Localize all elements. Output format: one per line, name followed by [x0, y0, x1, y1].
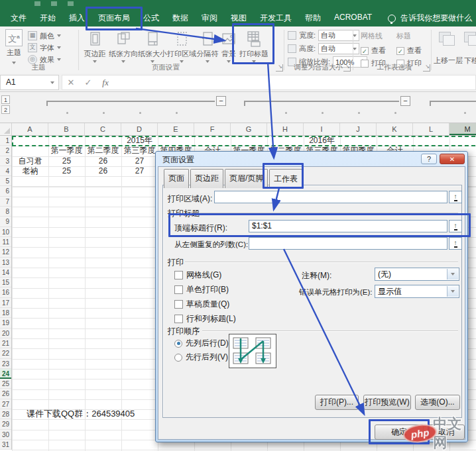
row-header[interactable]: 30	[0, 430, 11, 440]
select-all-corner[interactable]	[0, 123, 12, 135]
cell[interactable]: 老衲	[12, 166, 48, 176]
ribbon-tab[interactable]: 视图	[224, 8, 253, 28]
top-rows-field[interactable]: $1:$1	[249, 220, 447, 232]
print-option-checkbox[interactable]: 单色打印(B)	[174, 282, 236, 297]
row-header[interactable]: 12	[0, 247, 11, 257]
row-header[interactable]: 13	[0, 258, 11, 268]
row-header[interactable]: 27	[0, 399, 11, 409]
column-header[interactable]: K	[377, 123, 413, 135]
ribbon-tab[interactable]: 公式	[137, 8, 166, 28]
print-titles-button[interactable]: 打印标题	[239, 28, 269, 63]
row-header[interactable]: 19	[0, 318, 11, 328]
dialog-tab[interactable]: 页眉/页脚	[225, 169, 268, 188]
row-header[interactable]: 15	[0, 277, 11, 287]
background-button[interactable]: 背景	[219, 28, 239, 63]
outline-level-1-button[interactable]: 1	[1, 95, 10, 104]
row-header[interactable]: 28	[0, 409, 11, 419]
column-header[interactable]: I	[304, 123, 340, 135]
row-header[interactable]: 14	[0, 268, 11, 277]
row-header[interactable]: 10	[0, 227, 11, 237]
dialog-tab[interactable]: 工作表	[269, 169, 302, 188]
column-header[interactable]: J	[340, 123, 377, 135]
collapse-group-button[interactable]: −	[216, 96, 226, 106]
row-header[interactable]: 3	[0, 156, 11, 166]
row-header[interactable]: 24	[0, 369, 11, 379]
cell[interactable]: 27	[121, 156, 158, 166]
print-option-checkbox[interactable]: 草稿质量(Q)	[174, 297, 236, 311]
undo-icon[interactable]	[51, 1, 57, 6]
print-button[interactable]: 打印(P)...	[315, 395, 359, 410]
print-option-checkbox[interactable]: 网格线(G)	[174, 268, 236, 282]
tell-me-box[interactable]: 告诉我你想要做什么	[400, 13, 476, 24]
column-header[interactable]: G	[231, 123, 267, 135]
margins-button[interactable]: 页边距	[81, 28, 109, 63]
ribbon-tab[interactable]: 数据	[166, 8, 195, 28]
page-order-radio[interactable]: 先行后列(V)	[174, 350, 229, 364]
ribbon-tab[interactable]: 帮助	[298, 8, 327, 28]
themes-button[interactable]: 文a 主题	[3, 28, 25, 66]
cell-2016[interactable]: 2016年	[231, 136, 413, 146]
row-headers[interactable]: 1234567891011121314151617181920212223242…	[0, 136, 12, 450]
ribbon-tab[interactable]: 审阅	[195, 8, 224, 28]
outline-level-2-button[interactable]: 2	[1, 105, 10, 114]
print-option-checkbox[interactable]: 行和列标题(L)	[174, 311, 236, 326]
bring-forward-button[interactable]: 上移一层	[434, 56, 463, 66]
column-header[interactable]: A	[12, 123, 48, 135]
headings-view-checkbox[interactable]: ✓查看	[396, 44, 422, 57]
row-header[interactable]: 31	[0, 440, 11, 450]
ribbon-tab[interactable]: 文件	[4, 8, 33, 28]
ribbon-tab[interactable]: 页面布局	[91, 8, 137, 28]
theme-fonts-button[interactable]: 文字体	[28, 42, 61, 54]
print-area-range-button[interactable]: ↑	[449, 191, 462, 203]
options-button[interactable]: 选项(O)...	[415, 395, 460, 410]
help-button[interactable]: ?	[421, 154, 437, 164]
cell[interactable]: 25	[48, 166, 85, 176]
cancel-icon[interactable]: ✕	[62, 77, 80, 87]
row-header[interactable]: 8	[0, 207, 11, 217]
dropdown-caret-icon[interactable]	[447, 269, 458, 279]
print-area-field[interactable]	[214, 191, 447, 203]
orientation-button[interactable]: 纸张方向	[109, 28, 138, 63]
cell[interactable]: 26	[85, 156, 121, 166]
breaks-button[interactable]: 分隔符	[196, 28, 219, 63]
dialog-tab[interactable]: 页边距	[190, 169, 223, 188]
data-row[interactable]: 自习君252627	[12, 156, 158, 166]
row-header[interactable]: 22	[0, 348, 11, 358]
page-setup-dialog-launcher[interactable]: ↘	[276, 64, 283, 72]
row-header[interactable]: 9	[0, 217, 11, 226]
column-header[interactable]: D	[121, 123, 158, 135]
close-button[interactable]: ✕	[440, 154, 465, 164]
print-preview-button[interactable]: 打印预览(W)	[363, 395, 411, 410]
quick-access-toolbar[interactable]	[34, 1, 74, 6]
theme-colors-button[interactable]: ▦颜色	[28, 30, 61, 42]
data-row[interactable]: 老衲252627	[12, 166, 158, 176]
row-header[interactable]: 23	[0, 359, 11, 369]
name-box[interactable]: A1	[0, 75, 59, 90]
column-header[interactable]: M	[449, 123, 476, 135]
collapse-group-button[interactable]: −	[400, 96, 410, 106]
cell[interactable]: 25	[48, 156, 85, 166]
cell[interactable]: 自习君	[12, 156, 48, 166]
row-header[interactable]: 2	[0, 146, 11, 156]
row-header[interactable]: 25	[0, 379, 11, 389]
paper-size-button[interactable]: 纸张大小	[138, 28, 167, 63]
sheet-options-dialog-launcher[interactable]: ↘	[423, 64, 430, 72]
row-header[interactable]: 11	[0, 237, 11, 247]
row-header[interactable]: 7	[0, 197, 11, 207]
top-rows-range-button[interactable]: ↑	[449, 220, 462, 232]
ribbon-tab[interactable]: ACROBAT	[327, 8, 379, 28]
name-box-caret-icon[interactable]	[50, 81, 54, 84]
column-header[interactable]: F	[194, 123, 231, 135]
dialog-tab[interactable]: 页面	[164, 169, 189, 188]
left-columns-range-button[interactable]: ↑	[449, 237, 462, 250]
page-order-radio[interactable]: 先列后行(D)	[174, 336, 229, 350]
left-columns-field[interactable]	[249, 237, 447, 250]
row-header[interactable]: 5	[0, 176, 11, 186]
cell[interactable]: 第一季度	[48, 146, 85, 156]
column-headers[interactable]: ABCDEFGHIJKLM	[0, 123, 476, 136]
save-icon[interactable]	[34, 1, 40, 6]
enter-icon[interactable]: ✓	[80, 77, 97, 87]
row-header[interactable]: 16	[0, 287, 11, 297]
ribbon-tab[interactable]: 插入	[62, 8, 91, 28]
cell[interactable]: 第三季度	[121, 146, 158, 156]
